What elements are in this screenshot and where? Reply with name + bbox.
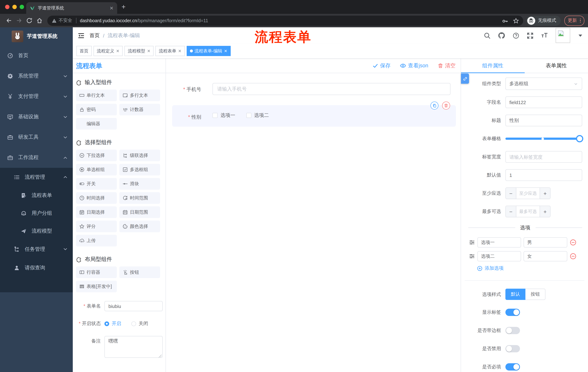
- minimize-window-button[interactable]: [12, 5, 17, 9]
- palette-item-1-2[interactable]: 单选框组: [76, 164, 117, 175]
- tag-4[interactable]: 流程表单-编辑✕: [187, 46, 231, 56]
- palette-item-1-3[interactable]: 多选框组: [119, 164, 160, 175]
- sidebar-subitem-0[interactable]: 流程管理: [0, 168, 73, 186]
- label-width-input[interactable]: [505, 151, 582, 163]
- tag-0[interactable]: 首页: [76, 46, 92, 56]
- sidebar-item-1[interactable]: 系统管理: [0, 66, 73, 86]
- status-radio-0[interactable]: 开启: [105, 320, 121, 327]
- close-tag-icon[interactable]: ✕: [116, 49, 119, 53]
- breadcrumb-home[interactable]: 首页: [90, 32, 100, 39]
- checkbox-icon[interactable]: [246, 113, 251, 118]
- password-key-icon[interactable]: [502, 18, 508, 23]
- toggle-switch-3[interactable]: [505, 363, 520, 371]
- sidebar-subitem-2[interactable]: 用户分组: [0, 204, 73, 222]
- url-bar[interactable]: 不安全 dashboard.yudao.iocoder.cn/bpm/manag…: [47, 15, 523, 26]
- reload-button[interactable]: [24, 15, 34, 26]
- palette-item-1-6[interactable]: 时间选择: [76, 192, 117, 204]
- slider-handle[interactable]: [576, 135, 583, 142]
- tag-3[interactable]: 流程表单✕: [156, 46, 185, 56]
- sidebar-subitem-5[interactable]: 请假查询: [0, 258, 73, 277]
- back-button[interactable]: [4, 15, 14, 26]
- option-label-input[interactable]: [477, 237, 521, 247]
- palette-item-0-1[interactable]: 多行文本: [119, 90, 160, 101]
- close-tag-icon[interactable]: ✕: [178, 49, 181, 53]
- sidebar-item-2[interactable]: 支付管理: [0, 86, 73, 107]
- palette-item-1-10[interactable]: 评分: [76, 221, 117, 232]
- sidebar-logo-row[interactable]: 芋道管理系统: [0, 27, 73, 45]
- palette-item-0-0[interactable]: 单行文本: [76, 90, 117, 101]
- gender-option-0[interactable]: 选项一: [212, 112, 235, 119]
- github-icon[interactable]: [498, 32, 505, 39]
- security-label[interactable]: 不安全: [59, 18, 72, 24]
- tab-form-props[interactable]: 表单属性: [525, 59, 588, 73]
- add-option-button[interactable]: 添加选项: [477, 265, 582, 272]
- sidebar-item-5[interactable]: 工作流程: [0, 148, 73, 168]
- palette-item-1-9[interactable]: 日期范围: [119, 206, 160, 218]
- option-value-input[interactable]: [524, 251, 567, 261]
- style-default-button[interactable]: 默认: [505, 289, 525, 300]
- remove-option-button[interactable]: [570, 239, 576, 246]
- sidebar-item-0[interactable]: 首页: [0, 45, 73, 66]
- tag-2[interactable]: 流程模型✕: [125, 46, 154, 56]
- palette-item-0-2[interactable]: 密码: [76, 104, 117, 115]
- home-button[interactable]: [34, 15, 44, 26]
- delete-component-button[interactable]: [442, 102, 450, 110]
- min-select-value[interactable]: 至少应选: [516, 188, 540, 199]
- tag-1[interactable]: 流程定义✕: [94, 46, 123, 56]
- stepper-increase-button[interactable]: +: [540, 206, 550, 217]
- font-size-icon[interactable]: [541, 32, 548, 39]
- form-remark-textarea[interactable]: 嘿嘿: [105, 336, 163, 358]
- form-grid-slider[interactable]: [505, 133, 582, 145]
- duplicate-component-button[interactable]: [430, 102, 439, 110]
- hamburger-icon[interactable]: [75, 29, 87, 42]
- bookmark-star-icon[interactable]: [513, 18, 519, 23]
- forward-button[interactable]: [14, 15, 24, 26]
- close-tag-icon[interactable]: ✕: [224, 49, 227, 53]
- maximize-window-button[interactable]: [20, 5, 24, 9]
- sidebar-subitem-4[interactable]: 任务管理: [0, 240, 73, 258]
- tab-component-props[interactable]: 组件属性: [461, 59, 525, 73]
- toggle-switch-1[interactable]: [505, 327, 520, 334]
- update-button[interactable]: 更新: [564, 15, 584, 26]
- avatar[interactable]: [556, 28, 570, 43]
- default-value-input[interactable]: [505, 169, 582, 181]
- sidebar-item-4[interactable]: 研发工具: [0, 127, 73, 148]
- palette-item-1-5[interactable]: 滑块: [119, 178, 160, 190]
- sidebar-subitem-3[interactable]: 流程模型: [0, 222, 73, 240]
- close-window-button[interactable]: [5, 5, 10, 9]
- palette-item-1-0[interactable]: 下拉选择: [76, 149, 117, 161]
- help-question-icon[interactable]: [513, 32, 519, 39]
- clear-button[interactable]: 清空: [438, 62, 456, 69]
- option-value-input[interactable]: [524, 237, 567, 247]
- url-text[interactable]: dashboard.yudao.iocoder.cn/bpm/manager/f…: [80, 18, 502, 23]
- search-icon[interactable]: [484, 32, 491, 39]
- toggle-switch-2[interactable]: [505, 345, 520, 352]
- phone-input[interactable]: [212, 83, 451, 95]
- style-button-button[interactable]: 按钮: [525, 289, 546, 300]
- option-label-input[interactable]: [477, 251, 521, 261]
- form-name-input[interactable]: [105, 301, 163, 311]
- palette-item-1-8[interactable]: 日期选择: [76, 206, 117, 218]
- palette-item-0-4[interactable]: 编辑器: [76, 118, 117, 130]
- avatar-caret-down-icon[interactable]: [578, 34, 582, 37]
- max-select-value[interactable]: 最多可选: [516, 206, 540, 217]
- close-tag-icon[interactable]: ✕: [147, 49, 150, 53]
- view-json-button[interactable]: 查看json: [400, 62, 428, 69]
- palette-item-2-2[interactable]: 表格[开发中]: [76, 281, 117, 292]
- palette-item-1-11[interactable]: 颜色选择: [119, 221, 160, 232]
- checkbox-icon[interactable]: [212, 113, 218, 118]
- fullscreen-icon[interactable]: [527, 32, 533, 39]
- palette-item-1-7[interactable]: 时间范围: [119, 192, 160, 204]
- palette-item-2-0[interactable]: 行容器: [76, 266, 117, 278]
- link-tag-button[interactable]: [461, 74, 469, 84]
- palette-item-1-4[interactable]: 开关: [76, 178, 117, 190]
- palette-item-2-1[interactable]: 按钮: [119, 266, 160, 278]
- palette-item-1-1[interactable]: 级联选择: [119, 149, 160, 161]
- stepper-decrease-button[interactable]: −: [506, 188, 516, 199]
- status-radio-1[interactable]: 关闭: [131, 320, 148, 327]
- browser-tab[interactable]: 芋道管理系统 ✕: [26, 2, 117, 14]
- field-name-input[interactable]: [505, 96, 582, 108]
- stepper-increase-button[interactable]: +: [540, 188, 550, 199]
- security-warning-icon[interactable]: [52, 18, 57, 23]
- stepper-decrease-button[interactable]: −: [506, 206, 516, 217]
